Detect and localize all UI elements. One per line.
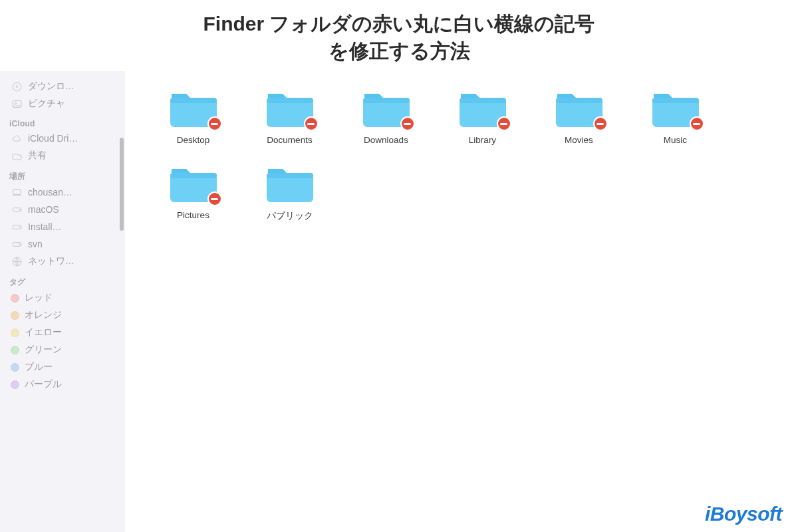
svg-rect-4 bbox=[13, 207, 21, 211]
restricted-badge-icon bbox=[690, 116, 704, 131]
folder-grid: Desktop Documents Downloads Library Movi… bbox=[145, 90, 778, 222]
svg-point-7 bbox=[19, 226, 20, 227]
svg-rect-26 bbox=[267, 173, 313, 178]
sidebar-item-install[interactable]: Install… bbox=[0, 218, 125, 235]
sidebar-scrollbar[interactable] bbox=[120, 138, 124, 231]
tag-dot-icon bbox=[11, 311, 19, 320]
sidebar-item-svn[interactable]: svn bbox=[0, 235, 125, 253]
picture-icon bbox=[11, 98, 23, 110]
sidebar-tag-red[interactable]: レッド bbox=[0, 289, 125, 307]
sidebar-tag-yellow[interactable]: イエロー bbox=[0, 324, 125, 341]
disk-icon bbox=[11, 238, 23, 250]
folder-item[interactable]: Movies bbox=[531, 90, 627, 145]
sidebar-item-label: ピクチャ bbox=[28, 98, 65, 110]
folder-icon bbox=[457, 90, 509, 130]
svg-rect-18 bbox=[460, 98, 506, 103]
tag-dot-icon bbox=[11, 346, 19, 354]
disk-icon bbox=[11, 203, 23, 215]
svg-rect-16 bbox=[363, 98, 410, 103]
sidebar-favorites-group: ダウンロ… ピクチャ bbox=[0, 78, 125, 112]
sidebar-tag-blue[interactable]: ブルー bbox=[0, 358, 125, 376]
svg-rect-14 bbox=[267, 98, 313, 103]
sidebar-header-icloud: iCloud bbox=[0, 115, 125, 130]
finder-sidebar: ダウンロ… ピクチャ iCloud iCloud Dri… bbox=[0, 71, 125, 532]
sidebar-item-label: ネットワ… bbox=[28, 255, 74, 267]
restricted-badge-icon bbox=[304, 116, 319, 131]
svg-rect-20 bbox=[556, 98, 602, 103]
sidebar-item-icloud-drive[interactable]: iCloud Dri… bbox=[0, 130, 125, 147]
sidebar-item-label: イエロー bbox=[25, 327, 62, 338]
watermark-text: iBoysoft bbox=[705, 503, 782, 525]
title-line-2: を修正する方法 bbox=[329, 40, 470, 62]
sidebar-item-label: macOS bbox=[28, 204, 59, 215]
svg-rect-22 bbox=[652, 98, 699, 103]
folder-label: Desktop bbox=[177, 135, 210, 145]
finder-window: ダウンロ… ピクチャ iCloud iCloud Dri… bbox=[0, 71, 798, 532]
folder-item[interactable]: Downloads bbox=[338, 90, 434, 145]
disk-icon bbox=[11, 221, 23, 233]
sidebar-item-label: レッド bbox=[25, 292, 53, 304]
folder-icon bbox=[360, 90, 412, 130]
folder-label: Documents bbox=[267, 135, 312, 145]
sidebar-item-label: iCloud Dri… bbox=[28, 133, 78, 144]
sidebar-item-label: オレンジ bbox=[25, 309, 62, 321]
svg-point-5 bbox=[19, 209, 20, 209]
folder-label: Library bbox=[469, 135, 496, 145]
folder-item[interactable]: Music bbox=[627, 90, 724, 145]
sidebar-tag-green[interactable]: グリーン bbox=[0, 341, 125, 358]
restricted-badge-icon bbox=[400, 116, 415, 131]
sidebar-tag-purple[interactable]: パープル bbox=[0, 376, 125, 393]
sidebar-tag-orange[interactable]: オレンジ bbox=[0, 307, 125, 324]
laptop-icon bbox=[11, 186, 23, 198]
tag-dot-icon bbox=[11, 363, 19, 372]
folder-label: Pictures bbox=[177, 210, 209, 220]
sidebar-item-label: 共有 bbox=[28, 150, 47, 162]
title-line-1: Finder フォルダの赤い丸に白い横線の記号 bbox=[203, 13, 595, 35]
restricted-badge-icon bbox=[593, 116, 608, 131]
folder-item[interactable]: Pictures bbox=[145, 165, 241, 222]
restricted-badge-icon bbox=[207, 116, 222, 131]
watermark-logo: iBoysoft bbox=[705, 503, 782, 525]
sidebar-item-label: svn bbox=[28, 239, 43, 249]
svg-rect-3 bbox=[13, 189, 20, 194]
svg-point-9 bbox=[19, 243, 20, 244]
sidebar-item-label: グリーン bbox=[25, 344, 62, 356]
sidebar-item-label: chousan… bbox=[28, 187, 72, 198]
sidebar-item-pictures[interactable]: ピクチャ bbox=[0, 95, 125, 112]
folder-icon bbox=[264, 90, 316, 130]
sidebar-item-network[interactable]: ネットワ… bbox=[0, 253, 125, 270]
svg-point-2 bbox=[15, 102, 16, 103]
folder-icon bbox=[553, 90, 605, 130]
folder-item[interactable]: Library bbox=[434, 90, 531, 145]
tag-dot-icon bbox=[11, 329, 19, 337]
folder-label: Movies bbox=[565, 135, 593, 145]
folder-item[interactable]: Desktop bbox=[145, 90, 241, 145]
svg-rect-24 bbox=[170, 173, 217, 178]
sidebar-tags-group: タグ レッド オレンジ イエロー グリーン bbox=[0, 273, 125, 393]
sidebar-item-shared[interactable]: 共有 bbox=[0, 147, 125, 164]
folder-item[interactable]: パブリック bbox=[241, 165, 338, 222]
folder-label: Downloads bbox=[364, 135, 408, 145]
sidebar-header-locations: 場所 bbox=[0, 167, 125, 184]
sidebar-item-label: ブルー bbox=[25, 361, 53, 373]
folder-icon bbox=[168, 90, 219, 130]
sidebar-item-downloads[interactable]: ダウンロ… bbox=[0, 78, 125, 95]
article-title: Finder フォルダの赤い丸に白い横線の記号 を修正する方法 bbox=[0, 0, 798, 71]
folder-item[interactable]: Documents bbox=[241, 90, 338, 145]
sidebar-icloud-group: iCloud iCloud Dri… 共有 bbox=[0, 115, 125, 164]
shared-icon bbox=[11, 150, 23, 162]
sidebar-item-label: Install… bbox=[28, 221, 62, 232]
folder-icon bbox=[650, 90, 702, 130]
folder-icon bbox=[168, 165, 219, 205]
network-icon bbox=[11, 255, 23, 267]
sidebar-item-label: ダウンロ… bbox=[28, 80, 74, 92]
folder-label: パブリック bbox=[267, 210, 313, 222]
svg-rect-6 bbox=[13, 225, 21, 229]
svg-rect-8 bbox=[13, 242, 21, 246]
sidebar-item-macos[interactable]: macOS bbox=[0, 201, 125, 218]
sidebar-item-computer[interactable]: chousan… bbox=[0, 184, 125, 201]
tag-dot-icon bbox=[11, 294, 19, 303]
sidebar-header-tags: タグ bbox=[0, 273, 125, 289]
restricted-badge-icon bbox=[497, 116, 511, 131]
restricted-badge-icon bbox=[207, 192, 222, 206]
